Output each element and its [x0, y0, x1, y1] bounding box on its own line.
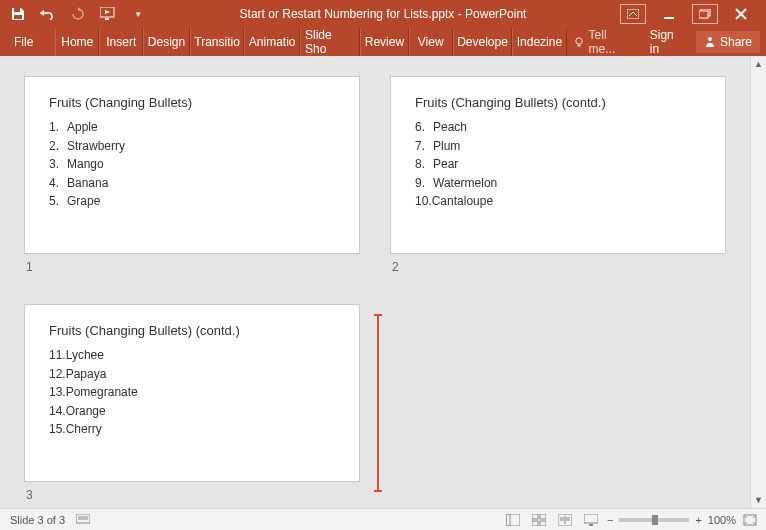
zoom-slider-thumb[interactable]: [652, 515, 658, 525]
list-num: 8.: [415, 155, 433, 174]
list-num: 10.: [415, 192, 432, 211]
slide-counter[interactable]: Slide 3 of 3: [10, 514, 65, 526]
slide-thumbnail-3[interactable]: Fruits (Changing Bullets) (contd.) 11.Ly…: [24, 304, 360, 502]
svg-rect-14: [532, 514, 538, 519]
ribbon-display-options-icon[interactable]: [620, 4, 646, 24]
list-text: Watermelon: [433, 174, 497, 193]
tab-indezine[interactable]: Indezine: [512, 28, 566, 56]
tab-view[interactable]: View: [409, 28, 453, 56]
tell-me-label: Tell me...: [589, 28, 636, 56]
start-from-beginning-icon[interactable]: [100, 6, 116, 22]
title-bar: ▾ Start or Restart Numbering for Lists.p…: [0, 0, 766, 28]
sign-in-link[interactable]: Sign in: [642, 28, 694, 56]
list-text: Plum: [433, 137, 460, 156]
svg-rect-13: [506, 514, 510, 526]
slide-thumbnail-1[interactable]: Fruits (Changing Bullets) 1.Apple 2.Stra…: [24, 76, 360, 274]
svg-rect-16: [532, 521, 538, 526]
list-item: 11.Lychee: [49, 346, 335, 365]
zoom-level-label[interactable]: 100%: [708, 514, 736, 526]
tab-label: View: [418, 35, 444, 49]
list-item: 14.Orange: [49, 402, 335, 421]
slide-number-label: 2: [392, 260, 726, 274]
close-icon[interactable]: [728, 4, 754, 24]
svg-rect-9: [577, 45, 580, 47]
file-tab[interactable]: File: [0, 28, 47, 56]
quick-access-toolbar: ▾: [0, 6, 146, 22]
tab-label: Indezine: [517, 35, 562, 49]
slide-title: Fruits (Changing Bullets) (contd.): [49, 323, 335, 338]
tab-animations[interactable]: Animatio: [244, 28, 300, 56]
slide-title: Fruits (Changing Bullets): [49, 95, 335, 110]
vertical-scrollbar[interactable]: ▲ ▼: [750, 56, 766, 508]
svg-rect-20: [589, 524, 593, 526]
svg-rect-15: [540, 514, 546, 519]
reading-view-icon[interactable]: [557, 513, 573, 527]
list-item: 2.Strawberry: [49, 137, 335, 156]
zoom-slider[interactable]: [619, 518, 689, 522]
save-icon[interactable]: [10, 6, 26, 22]
list-item: 6.Peach: [415, 118, 701, 137]
svg-rect-7: [699, 11, 708, 18]
tell-me-search[interactable]: Tell me...: [567, 28, 642, 56]
list-num: 1.: [49, 118, 67, 137]
fit-to-window-icon[interactable]: [742, 513, 758, 527]
qat-dropdown-icon[interactable]: ▾: [130, 6, 146, 22]
zoom-out-button[interactable]: −: [607, 514, 613, 526]
list-item: 4.Banana: [49, 174, 335, 193]
share-button[interactable]: Share: [696, 31, 760, 53]
svg-rect-3: [105, 18, 109, 20]
tab-review[interactable]: Review: [360, 28, 408, 56]
notes-icon[interactable]: [75, 513, 91, 527]
slide-thumbnail-2[interactable]: Fruits (Changing Bullets) (contd.) 6.Pea…: [390, 76, 726, 274]
tab-home[interactable]: Home: [55, 28, 99, 56]
svg-rect-4: [627, 9, 639, 19]
list-num: 2.: [49, 137, 67, 156]
tab-design[interactable]: Design: [143, 28, 190, 56]
list-num: 12.: [49, 365, 66, 384]
list-num: 7.: [415, 137, 433, 156]
list-text: Banana: [67, 174, 108, 193]
tab-label: Develope: [457, 35, 508, 49]
slideshow-view-icon[interactable]: [583, 513, 599, 527]
minimize-icon[interactable]: [656, 4, 682, 24]
tab-developer[interactable]: Develope: [453, 28, 513, 56]
svg-rect-12: [506, 514, 520, 526]
normal-view-icon[interactable]: [505, 513, 521, 527]
list-text: Cherry: [66, 420, 102, 439]
list-text: Grape: [67, 192, 100, 211]
window-title: Start or Restart Numbering for Lists.ppt…: [146, 7, 620, 21]
zoom-in-button[interactable]: +: [695, 514, 701, 526]
slide-sorter-view-icon[interactable]: [531, 513, 547, 527]
tab-slideshow[interactable]: Slide Sho: [300, 28, 360, 56]
tab-transitions[interactable]: Transitio: [190, 28, 245, 56]
zoom-controls: − + 100%: [607, 513, 766, 527]
app-name-text: PowerPoint: [465, 7, 526, 21]
list-text: Strawberry: [67, 137, 125, 156]
svg-rect-0: [14, 8, 20, 12]
slide-sorter-area[interactable]: Fruits (Changing Bullets) 1.Apple 2.Stra…: [0, 56, 766, 508]
slide-number-label: 1: [26, 260, 360, 274]
scroll-up-icon[interactable]: ▲: [751, 56, 766, 72]
undo-icon[interactable]: [40, 6, 56, 22]
tab-insert[interactable]: Insert: [99, 28, 143, 56]
insertion-cursor: [377, 314, 379, 492]
slide-content: Fruits (Changing Bullets) (contd.) 6.Pea…: [390, 76, 726, 254]
list-num: 15.: [49, 420, 66, 439]
slide-number-label: 3: [26, 488, 360, 502]
sign-in-label: Sign in: [650, 28, 686, 56]
window-controls: [620, 4, 766, 24]
list-item: 3.Mango: [49, 155, 335, 174]
ribbon-tab-list: Home Insert Design Transitio Animatio Sl…: [55, 28, 566, 56]
scroll-down-icon[interactable]: ▼: [751, 492, 766, 508]
slides-grid: Fruits (Changing Bullets) 1.Apple 2.Stra…: [0, 56, 750, 508]
svg-point-10: [708, 37, 712, 41]
share-icon: [704, 36, 716, 48]
list-item: 8.Pear: [415, 155, 701, 174]
list: 6.Peach 7.Plum 8.Pear 9.Watermelon 10.Ca…: [415, 118, 701, 211]
svg-point-8: [575, 38, 581, 44]
list-num: 13.: [49, 383, 66, 402]
redo-icon[interactable]: [70, 6, 86, 22]
restore-icon[interactable]: [692, 4, 718, 24]
list-text: Mango: [67, 155, 104, 174]
list-text: Orange: [66, 402, 106, 421]
